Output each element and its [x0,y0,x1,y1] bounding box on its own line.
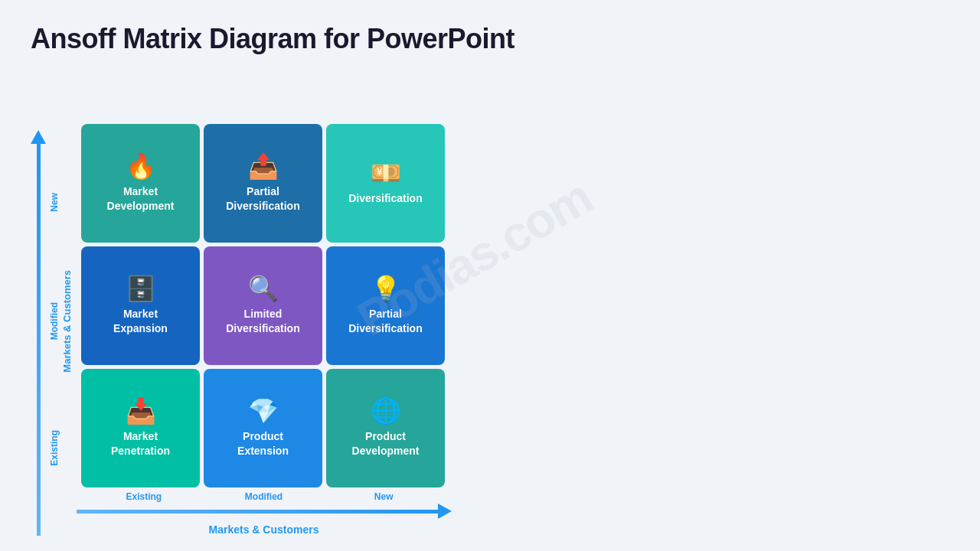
globe-icon: 🌐 [371,399,401,423]
y-label-existing: Existing [49,430,60,466]
page-title: Ansoff Matrix Diagram for PowerPoint [31,23,514,55]
y-axis-title: Markets & Customers [61,270,73,373]
x-axis-container: Existing Modified New Markets & Customer… [82,491,446,536]
cell-label-partial-div-mid: PartialDiversification [348,307,422,334]
cell-label-product-development: ProductDevelopment [352,429,420,457]
y-label-modified: Modified [49,302,60,340]
matrix-grid: 🔥 MarketDevelopment 📤 PartialDiversifica… [81,124,445,487]
x-axis-arrow [77,504,452,519]
cell-limited-diversification[interactable]: 🔍 LimitedDiversification [204,246,322,365]
x-label-modified: Modified [204,491,323,502]
cell-label-market-expansion: MarketExpansion [113,307,168,334]
cell-product-development[interactable]: 🌐 ProductDevelopment [326,369,445,487]
diagram-area: New Modified Existing Markets & Customer… [31,70,949,536]
y-label-new: New [49,193,60,212]
lightbulb-icon: 💡 [371,276,401,301]
cell-label-diversification: Diversification [348,191,422,205]
x-label-existing: Existing [84,491,203,502]
y-axis-arrow [31,130,46,536]
cell-label-limited-div: LimitedDiversification [226,307,299,334]
x-arrow-head [438,504,452,519]
cell-label-partial-div-top: PartialDiversification [226,184,299,212]
y-arrow-head [31,130,46,144]
flame-icon: 🔥 [126,154,156,178]
magnify-icon: 🔍 [248,276,279,301]
x-label-new: New [325,491,443,502]
y-arrow-line [37,144,41,536]
diamond-icon: 💎 [248,399,279,423]
y-axis-container: New Modified Existing Markets & Customer… [31,130,76,536]
x-arrow-line [77,510,438,514]
cell-label-product-extension: ProductExtension [237,429,289,457]
x-axis-title: Markets & Customers [209,523,319,536]
inbox-icon: 📥 [126,399,156,423]
cell-label-market-penetration: MarketPenetration [111,429,170,457]
database-icon: 🗄️ [126,276,156,301]
y-row-labels: New Modified Existing [49,148,60,511]
cell-market-expansion[interactable]: 🗄️ MarketExpansion [81,246,200,365]
cell-partial-diversification-top[interactable]: 📤 PartialDiversification [204,124,322,243]
cell-product-extension[interactable]: 💎 ProductExtension [204,369,322,487]
cell-market-development[interactable]: 🔥 MarketDevelopment [81,124,200,243]
cell-market-penetration[interactable]: 📥 MarketPenetration [81,369,200,487]
cell-label-market-development: MarketDevelopment [107,184,175,212]
cell-partial-diversification-mid[interactable]: 💡 PartialDiversification [326,246,445,365]
paper-plane-icon: 📤 [248,154,279,178]
main-grid-area: 🔥 MarketDevelopment 📤 PartialDiversifica… [80,124,446,536]
cell-diversification[interactable]: 💴 Diversification [326,124,445,243]
x-labels-row: Existing Modified New [84,491,444,502]
money-icon: 💴 [371,161,401,185]
